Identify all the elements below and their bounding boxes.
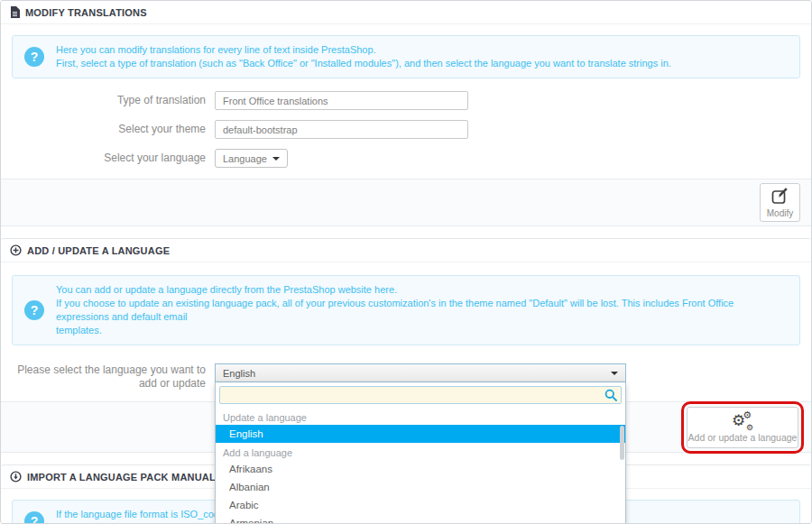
dropdown-group-label: Add a language bbox=[216, 443, 625, 460]
modify-panel-footer: Modify bbox=[1, 179, 811, 226]
dropdown-scrollbar[interactable] bbox=[620, 426, 624, 460]
file-text-icon bbox=[10, 6, 20, 18]
magnifier-icon bbox=[604, 389, 617, 405]
modify-button[interactable]: Modify bbox=[760, 183, 800, 222]
caret-down-icon bbox=[611, 372, 618, 375]
add-update-info-alert: ? You can add or update a language direc… bbox=[12, 275, 800, 345]
selected-language-value: English bbox=[223, 368, 255, 379]
dropdown-item-english[interactable]: English bbox=[216, 425, 625, 443]
modify-translations-panel: MODIFY TRANSLATIONS ? Here you can modif… bbox=[1, 1, 811, 226]
panel-title: ADD / UPDATE A LANGUAGE bbox=[27, 245, 170, 256]
caret-down-icon bbox=[272, 157, 280, 161]
add-or-update-language-button[interactable]: ⚙⚙⚙ Add or update a language bbox=[687, 407, 798, 448]
dropdown-item[interactable]: Afrikaans bbox=[216, 460, 625, 478]
dropdown-item[interactable]: Armenian bbox=[216, 514, 625, 524]
dropdown-search bbox=[219, 386, 622, 404]
language-select-closed[interactable]: English bbox=[215, 363, 626, 382]
modify-button-label: Modify bbox=[767, 208, 793, 218]
type-of-translation-input[interactable] bbox=[215, 91, 468, 110]
type-of-translation-label: Type of translation bbox=[12, 94, 206, 107]
download-circle-icon bbox=[10, 471, 22, 483]
type-of-translation-row: Type of translation bbox=[12, 91, 800, 110]
info-line: You can add or update a language directl… bbox=[56, 283, 789, 297]
dropdown-item[interactable]: Albanian bbox=[216, 478, 625, 496]
language-dropdown-list: Update a language English Add a language… bbox=[215, 382, 626, 524]
language-dropdown-button[interactable]: Language bbox=[215, 149, 288, 168]
select-language-row: Select your language Language bbox=[12, 149, 800, 168]
modify-translations-header: MODIFY TRANSLATIONS bbox=[1, 1, 811, 24]
select-theme-label: Select your theme bbox=[12, 123, 206, 136]
language-button-label: Language bbox=[223, 153, 267, 164]
modify-info-alert: ? Here you can modify translations for e… bbox=[12, 35, 800, 78]
info-line: templates. bbox=[56, 324, 789, 337]
dropdown-search-input[interactable] bbox=[219, 386, 622, 404]
gears-icon: ⚙⚙⚙ bbox=[732, 412, 753, 430]
add-update-language-header: ADD / UPDATE A LANGUAGE bbox=[1, 239, 811, 262]
question-circle-icon: ? bbox=[24, 300, 44, 320]
panel-title: IMPORT A LANGUAGE PACK MANUALLY bbox=[27, 472, 227, 483]
add-update-language-panel: ADD / UPDATE A LANGUAGE ? You can add or… bbox=[1, 238, 811, 453]
dropdown-group-label: Update a language bbox=[216, 408, 625, 425]
pencil-square-icon bbox=[771, 188, 789, 207]
dropdown-item[interactable]: Arabic bbox=[216, 496, 625, 514]
panel-title: MODIFY TRANSLATIONS bbox=[25, 7, 147, 18]
red-highlight-annotation: ⚙⚙⚙ Add or update a language bbox=[681, 401, 804, 454]
select-theme-row: Select your theme bbox=[12, 120, 800, 139]
add-or-update-button-label: Add or update a language bbox=[688, 432, 798, 443]
plus-circle-icon bbox=[10, 244, 22, 256]
select-theme-input[interactable] bbox=[215, 120, 468, 139]
select-language-label: Select your language bbox=[12, 152, 206, 165]
add-update-select-label: Please select the language you want to a… bbox=[12, 363, 206, 391]
info-line: If you choose to update an existing lang… bbox=[56, 297, 789, 324]
translations-page: MODIFY TRANSLATIONS ? Here you can modif… bbox=[0, 0, 812, 524]
language-select: English Update a language English Add a … bbox=[215, 363, 626, 382]
info-line: Here you can modify translations for eve… bbox=[56, 43, 789, 57]
add-update-select-row: Please select the language you want to a… bbox=[12, 363, 800, 391]
question-circle-icon: ? bbox=[24, 47, 44, 67]
question-circle-icon: ? bbox=[24, 511, 44, 524]
info-line: First, select a type of translation (suc… bbox=[56, 57, 789, 70]
